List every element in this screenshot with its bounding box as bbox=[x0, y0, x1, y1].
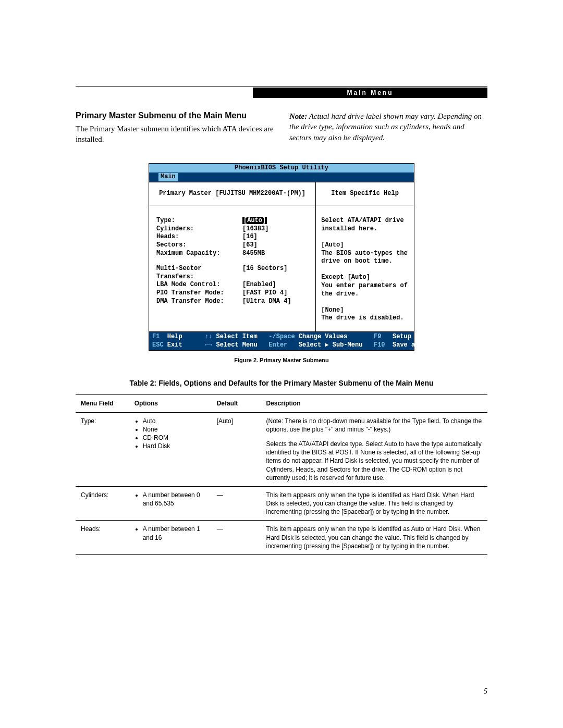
th-menu-field: Menu Field bbox=[76, 395, 129, 412]
bios-field-label: Type: bbox=[156, 217, 242, 225]
bios-field-value: [Ultra DMA 4] bbox=[242, 298, 291, 306]
bios-help-line bbox=[321, 233, 409, 241]
bios-field-row: PIO Transfer Mode:[FAST PIO 4] bbox=[156, 289, 308, 298]
th-options: Options bbox=[129, 395, 212, 412]
cell-default: — bbox=[212, 486, 261, 521]
bios-tabbar: Main bbox=[149, 172, 414, 182]
note-text: Note: Actual hard drive label shown may … bbox=[289, 111, 487, 143]
bios-field-value: [16] bbox=[242, 233, 258, 241]
bios-field-label: Cylinders: bbox=[156, 225, 242, 233]
bios-help-line: installed here. bbox=[321, 225, 409, 233]
bios-footer: F1 Help ↑↓ Select Item -/Space Change Va… bbox=[149, 332, 414, 350]
f1-key: F1 bbox=[152, 333, 160, 340]
bios-field-value: 8455MB bbox=[242, 250, 265, 258]
bios-field-value: [Enabled] bbox=[242, 281, 276, 289]
cell-default: — bbox=[212, 521, 261, 555]
bios-help-line: the drive. bbox=[321, 290, 409, 299]
cell-options: A number between 0 and 65,535 bbox=[129, 486, 212, 521]
bios-right-heading: Item Specific Help bbox=[316, 182, 414, 206]
bios-field-row: Heads:[16] bbox=[156, 233, 308, 241]
section-title: Primary Master Submenu of the Main Menu bbox=[76, 111, 274, 120]
bios-help-line: drive on boot time. bbox=[321, 257, 409, 266]
bios-field-row: Cylinders:[16383] bbox=[156, 225, 308, 233]
bios-field-label: Maximum Capacity: bbox=[156, 250, 242, 258]
exit-label: Exit bbox=[167, 341, 182, 349]
bios-field-label: LBA Mode Control: bbox=[156, 281, 242, 289]
f10-key: F10 bbox=[374, 341, 385, 349]
change-values-label: Change Values bbox=[299, 333, 348, 340]
table-row: Type:AutoNoneCD-ROMHard Disk[Auto](Note:… bbox=[76, 412, 487, 486]
bios-title: PhoenixBIOS Setup Utility bbox=[149, 164, 414, 173]
bios-help-line bbox=[321, 266, 409, 274]
table-header-row: Menu Field Options Default Description bbox=[76, 395, 487, 412]
cell-menu-field: Type: bbox=[76, 412, 129, 486]
option-item: A number between 0 and 65,535 bbox=[143, 491, 206, 508]
bios-help-text: Select ATA/ATAPI driveinstalled here. [A… bbox=[316, 205, 414, 329]
bios-help-line: The BIOS auto-types the bbox=[321, 250, 409, 258]
cell-default: [Auto] bbox=[212, 412, 261, 486]
bios-field-value: [16383] bbox=[242, 225, 268, 233]
option-item: None bbox=[143, 425, 206, 434]
header-row: Main Menu bbox=[76, 88, 487, 98]
enter-key: Enter bbox=[268, 341, 287, 349]
figure-caption: Figure 2. Primary Master Submenu bbox=[76, 357, 487, 363]
bios-field-row: Maximum Capacity:8455MB bbox=[156, 250, 308, 258]
bios-field-row: LBA Mode Control:[Enabled] bbox=[156, 281, 308, 289]
bios-help-line: The drive is disabled. bbox=[321, 314, 409, 323]
bios-field-value: [Auto] bbox=[242, 217, 268, 225]
bios-help-line: Select ATA/ATAPI drive bbox=[321, 217, 409, 225]
bios-field-row: Multi-Sector Transfers:[16 Sectors] bbox=[156, 265, 308, 281]
save-exit-label: Save and Exit bbox=[393, 341, 442, 349]
updown-key: ↑↓ bbox=[205, 333, 212, 340]
cell-options: AutoNoneCD-ROMHard Disk bbox=[129, 412, 212, 486]
bios-help-line: [Auto] bbox=[321, 241, 409, 250]
bios-field-label: Heads: bbox=[156, 233, 242, 241]
bios-field-label: DMA Transfer Mode: bbox=[156, 298, 242, 306]
th-default: Default bbox=[212, 395, 261, 412]
option-item: Auto bbox=[143, 417, 206, 425]
setup-defaults-label: Setup Defaults bbox=[393, 333, 445, 340]
bios-field-label: PIO Transfer Mode: bbox=[156, 289, 242, 298]
fields-table: Menu Field Options Default Description T… bbox=[76, 394, 487, 555]
cell-description: This item appears only when the type is … bbox=[261, 486, 487, 521]
select-sub-label: Select ▶ Sub-Menu bbox=[299, 341, 362, 349]
bios-fields: Type:[Auto] Cylinders:[16383]Heads:[16]S… bbox=[149, 205, 315, 331]
bios-field-row: Sectors:[63] bbox=[156, 241, 308, 250]
esc-key: ESC bbox=[152, 341, 164, 349]
bios-field-label: Sectors: bbox=[156, 241, 242, 250]
bios-help-line bbox=[321, 298, 409, 306]
bios-left-heading: Primary Master [FUJITSU MHM2200AT-(PM)] bbox=[149, 182, 315, 206]
f9-key: F9 bbox=[374, 333, 381, 340]
intro-paragraph: The Primary Master submenu identifies wh… bbox=[76, 124, 274, 145]
table-title: Table 2: Fields, Options and Defaults fo… bbox=[76, 379, 487, 387]
table-row: Cylinders:A number between 0 and 65,535—… bbox=[76, 486, 487, 521]
lr-key: ←→ bbox=[205, 341, 212, 349]
cell-description: This item appears only when the type is … bbox=[261, 521, 487, 555]
bios-help-line: [None] bbox=[321, 306, 409, 315]
bios-tab-main: Main bbox=[158, 173, 178, 181]
select-menu-label: Select Menu bbox=[216, 341, 257, 349]
option-item: A number between 1 and 16 bbox=[143, 525, 206, 541]
option-item: Hard Disk bbox=[143, 442, 206, 450]
bios-field-row: DMA Transfer Mode:[Ultra DMA 4] bbox=[156, 298, 308, 306]
cell-menu-field: Cylinders: bbox=[76, 486, 129, 521]
bios-field-value: [63] bbox=[242, 241, 258, 250]
note-body: Actual hard drive label shown may vary. … bbox=[289, 112, 482, 142]
bios-figure: PhoenixBIOS Setup Utility Main Primary M… bbox=[149, 163, 414, 351]
minus-space-key: -/Space bbox=[268, 333, 295, 340]
bios-field-value: [16 Sectors] bbox=[242, 265, 287, 281]
bios-field-value: [FAST PIO 4] bbox=[242, 289, 287, 298]
page-number: 5 bbox=[484, 687, 487, 696]
bios-field-row: Type:[Auto] bbox=[156, 217, 308, 225]
select-item-label: Select Item bbox=[216, 333, 257, 340]
note-label: Note: bbox=[289, 112, 307, 120]
bios-field-label: Multi-Sector Transfers: bbox=[156, 265, 242, 281]
table-row: Heads:A number between 1 and 16—This ite… bbox=[76, 521, 487, 555]
header-rule bbox=[76, 86, 487, 87]
cell-menu-field: Heads: bbox=[76, 521, 129, 555]
header-section-label: Main Menu bbox=[253, 88, 487, 98]
help-label: Help bbox=[167, 333, 182, 340]
th-description: Description bbox=[261, 395, 487, 412]
cell-options: A number between 1 and 16 bbox=[129, 521, 212, 555]
bios-help-line: You enter parameters of bbox=[321, 282, 409, 290]
